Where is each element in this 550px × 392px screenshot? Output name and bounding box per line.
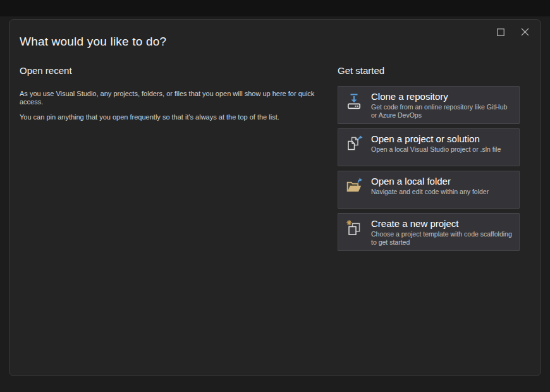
close-button[interactable] <box>513 22 537 44</box>
new-project-button[interactable]: Create a new project Choose a project te… <box>338 213 520 251</box>
get-started-buttons: Clone a repository Get code from an onli… <box>338 86 520 251</box>
open-project-texts: Open a project or solution Open a local … <box>371 133 514 154</box>
clone-repository-title: Clone a repository <box>371 90 514 102</box>
open-project-subtitle: Open a local Visual Studio project or .s… <box>371 145 514 154</box>
open-project-button[interactable]: Open a project or solution Open a local … <box>338 128 520 166</box>
clone-repository-icon <box>345 92 364 110</box>
open-recent-description-1: As you use Visual Studio, any projects, … <box>20 90 322 106</box>
get-started-heading: Get started <box>338 65 520 76</box>
open-folder-texts: Open a local folder Navigate and edit co… <box>371 175 514 196</box>
clone-repository-subtitle: Get code from an online repository like … <box>371 103 514 119</box>
clone-repository-button[interactable]: Clone a repository Get code from an onli… <box>338 86 520 124</box>
new-project-subtitle: Choose a project template with code scaf… <box>371 230 514 247</box>
open-folder-icon <box>345 177 364 195</box>
open-folder-button[interactable]: Open a local folder Navigate and edit co… <box>338 171 520 209</box>
open-project-icon <box>345 135 364 152</box>
content-columns: Open recent As you use Visual Studio, an… <box>9 65 541 255</box>
maximize-icon <box>497 28 504 38</box>
desktop-top-strip <box>0 0 550 16</box>
maximize-button[interactable] <box>489 22 513 44</box>
open-folder-subtitle: Navigate and edit code within any folder <box>371 188 514 196</box>
get-started-section: Get started <box>338 65 520 255</box>
open-recent-description-2: You can pin anything that you open frequ… <box>20 113 322 121</box>
close-icon <box>521 28 529 38</box>
start-window-dialog: What would you like to do? Open recent A… <box>9 19 541 376</box>
new-project-icon <box>345 219 364 237</box>
open-recent-section: Open recent As you use Visual Studio, an… <box>20 65 338 255</box>
open-folder-title: Open a local folder <box>371 175 514 187</box>
clone-repository-texts: Clone a repository Get code from an onli… <box>371 90 514 119</box>
open-recent-heading: Open recent <box>20 65 322 76</box>
new-project-texts: Create a new project Choose a project te… <box>371 217 514 247</box>
window-controls <box>489 22 537 44</box>
page-title: What would you like to do? <box>20 35 541 49</box>
new-project-title: Create a new project <box>371 217 514 230</box>
open-project-title: Open a project or solution <box>371 133 514 145</box>
